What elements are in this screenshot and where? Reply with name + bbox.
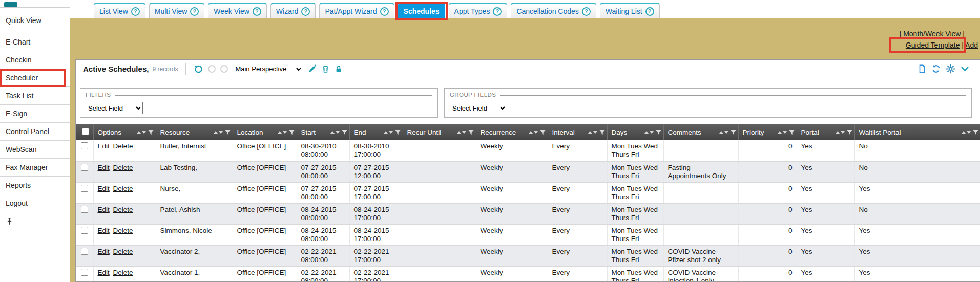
column-header-days[interactable]: Days (607, 124, 663, 140)
edit-link[interactable]: Edit (98, 269, 110, 276)
sort-icon[interactable] (836, 131, 845, 134)
row-checkbox[interactable] (81, 227, 88, 234)
column-header-waitlist_portal[interactable]: Waitlist Portal (854, 124, 980, 140)
filter-funnel-icon[interactable] (973, 129, 978, 135)
filter-funnel-icon[interactable] (656, 129, 661, 135)
month-week-view-link[interactable]: Month/Week View (903, 30, 961, 38)
tab-wizard[interactable]: Wizard? (270, 3, 316, 18)
row-checkbox[interactable] (81, 269, 88, 276)
delete-link[interactable]: Delete (113, 248, 133, 255)
sidebar-item-quick-view[interactable]: Quick View (0, 8, 70, 33)
tab-week-view[interactable]: Week View? (208, 3, 267, 18)
sidebar-item-e-sign[interactable]: E-Sign (0, 105, 70, 123)
filter-funnel-icon[interactable] (148, 129, 154, 135)
filter-funnel-icon[interactable] (225, 129, 231, 135)
pin-toggle[interactable] (0, 212, 70, 230)
sort-icon[interactable] (214, 131, 223, 134)
filter-funnel-icon[interactable] (599, 129, 605, 135)
filter-funnel-icon[interactable] (731, 129, 736, 135)
filter-funnel-icon[interactable] (289, 129, 295, 135)
filter-funnel-icon[interactable] (789, 129, 795, 135)
sort-icon[interactable] (529, 131, 538, 134)
column-header-resource[interactable]: Resource (156, 124, 233, 140)
sidebar-item-webscan[interactable]: WebScan (0, 141, 70, 159)
delete-link[interactable]: Delete (113, 164, 133, 171)
sidebar-item-scheduler[interactable]: Scheduler (0, 69, 70, 87)
refresh-icon[interactable] (931, 64, 941, 74)
column-header-interval[interactable]: Interval (548, 124, 607, 140)
guided-template-link[interactable]: Guided Template (906, 41, 960, 49)
row-checkbox[interactable] (81, 142, 88, 149)
tab-appt-types[interactable]: Appt Types? (449, 3, 508, 18)
row-checkbox[interactable] (81, 248, 88, 255)
help-icon[interactable]: ? (253, 7, 261, 16)
help-icon[interactable]: ? (131, 7, 140, 16)
sort-icon[interactable] (588, 131, 597, 134)
tab-waiting-list[interactable]: Waiting List? (600, 3, 660, 18)
help-icon[interactable]: ? (380, 7, 389, 16)
sort-icon[interactable] (278, 131, 287, 134)
row-checkbox[interactable] (81, 185, 88, 192)
delete-link[interactable]: Delete (113, 227, 133, 234)
delete-link[interactable]: Delete (113, 185, 133, 192)
help-icon[interactable]: ? (301, 7, 310, 16)
perspective-select[interactable]: Main Perspective (233, 63, 303, 75)
column-header-start[interactable]: Start (297, 124, 349, 140)
filter-funnel-icon[interactable] (468, 129, 474, 135)
sidebar-item-checkin[interactable]: Checkin (0, 51, 70, 69)
undo-icon[interactable] (194, 64, 203, 74)
sidebar-item-logout[interactable]: Logout (0, 194, 70, 212)
sidebar-item-e-chart[interactable]: E-Chart (0, 33, 70, 51)
group-field-select[interactable]: Select Field (450, 102, 507, 114)
tab-list-view[interactable]: List View? (94, 3, 145, 18)
tab-schedules[interactable]: Schedules (398, 3, 445, 18)
column-header-recurrence[interactable]: Recurrence (476, 124, 548, 140)
sidebar-item-fax-manager[interactable]: Fax Manager (0, 159, 70, 177)
sort-icon[interactable] (384, 131, 393, 134)
sidebar-item-task-list[interactable]: Task List (0, 87, 70, 105)
collapse-chevron-icon[interactable] (960, 64, 970, 74)
tab-cancellation-codes[interactable]: Cancellation Codes? (511, 3, 596, 18)
sort-icon[interactable] (778, 131, 787, 134)
column-header-portal[interactable]: Portal (797, 124, 854, 140)
sort-icon[interactable] (457, 131, 466, 134)
tab-pat-appt-wizard[interactable]: Pat/Appt Wizard? (319, 3, 394, 18)
column-header-comments[interactable]: Comments (663, 124, 738, 140)
edit-link[interactable]: Edit (98, 185, 110, 192)
sort-icon[interactable] (719, 131, 728, 134)
row-checkbox[interactable] (81, 206, 88, 213)
edit-pencil-icon[interactable] (308, 64, 317, 73)
column-header-location[interactable]: Location (233, 124, 297, 140)
filter-funnel-icon[interactable] (395, 129, 401, 135)
edit-link[interactable]: Edit (98, 206, 110, 213)
delete-link[interactable]: Delete (113, 269, 133, 276)
column-header-priority[interactable]: Priority (738, 124, 797, 140)
sidebar-item-reports[interactable]: Reports (0, 177, 70, 194)
edit-link[interactable]: Edit (98, 248, 110, 255)
new-document-icon[interactable] (918, 64, 927, 74)
column-header-options[interactable]: Options (93, 124, 156, 140)
select-all-checkbox[interactable] (82, 128, 89, 135)
filter-funnel-icon[interactable] (540, 129, 546, 135)
delete-link[interactable]: Delete (113, 206, 133, 213)
row-checkbox[interactable] (81, 164, 88, 171)
sort-icon[interactable] (137, 131, 146, 134)
sort-icon[interactable] (962, 131, 971, 134)
column-header-select-all[interactable] (76, 124, 93, 140)
help-icon[interactable]: ? (190, 7, 199, 16)
column-header-end[interactable]: End (349, 124, 403, 140)
add-link[interactable]: Add (965, 41, 978, 49)
settings-gear-icon[interactable] (946, 64, 955, 74)
edit-link[interactable]: Edit (98, 164, 110, 171)
edit-link[interactable]: Edit (98, 142, 110, 150)
column-header-recur_until[interactable]: Recur Until (403, 124, 476, 140)
help-icon[interactable]: ? (582, 7, 591, 16)
lock-icon[interactable] (335, 64, 343, 73)
filter-funnel-icon[interactable] (847, 129, 852, 135)
delete-trash-icon[interactable] (321, 64, 330, 73)
tab-multi-view[interactable]: Multi View? (149, 3, 205, 18)
delete-link[interactable]: Delete (113, 142, 133, 150)
sidebar-item-control-panel[interactable]: Control Panel (0, 123, 70, 141)
edit-link[interactable]: Edit (98, 227, 110, 234)
filter-field-select[interactable]: Select Field (86, 102, 143, 114)
